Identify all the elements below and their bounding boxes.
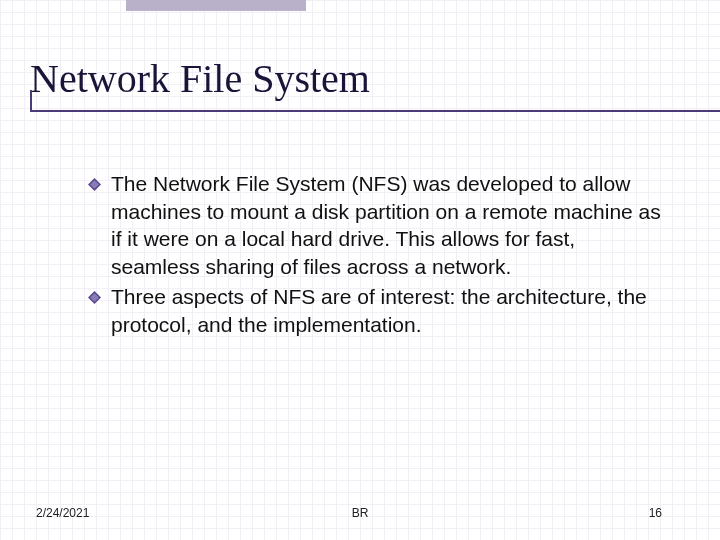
title-area: Network File System: [30, 58, 690, 110]
bullet-text: The Network File System (NFS) was develo…: [111, 170, 662, 281]
slide: Network File System The Network File Sys…: [0, 0, 720, 540]
diamond-bullet-icon: [88, 291, 101, 304]
title-tick: [30, 90, 32, 112]
list-item: The Network File System (NFS) was develo…: [88, 170, 662, 281]
footer-page-number: 16: [649, 506, 662, 520]
diamond-bullet-icon: [88, 178, 101, 191]
body-content: The Network File System (NFS) was develo…: [88, 170, 662, 340]
footer: 2/24/2021 BR 16: [0, 500, 720, 520]
list-item: Three aspects of NFS are of interest: th…: [88, 283, 662, 338]
bullet-text: Three aspects of NFS are of interest: th…: [111, 283, 662, 338]
slide-title: Network File System: [30, 58, 690, 110]
top-accent-bar: [126, 0, 306, 11]
footer-author: BR: [0, 506, 720, 520]
title-underline: [30, 110, 720, 112]
